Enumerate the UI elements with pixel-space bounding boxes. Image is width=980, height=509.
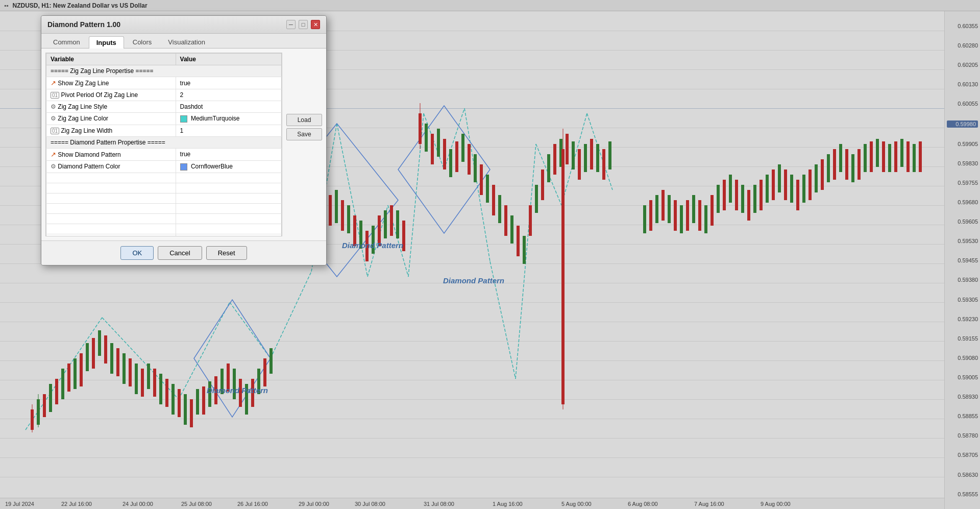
width-icon: 01 bbox=[51, 128, 59, 134]
dialog-bottom: OK Cancel Reset bbox=[41, 240, 326, 265]
dialog-titlebar: Diamond Pattern 1.00 ─ □ ✕ bbox=[41, 16, 326, 34]
style-icon: ⚙ bbox=[51, 103, 56, 110]
cell-show-diamond-var: ↗ Show Diamond Pattern bbox=[46, 148, 176, 160]
dialog: Diamond Pattern 1.00 ─ □ ✕ Common Inputs… bbox=[41, 15, 327, 265]
table-with-buttons: Variable Value ===== Zig Zag Line Proper… bbox=[45, 53, 322, 236]
empty-row-5 bbox=[46, 213, 282, 224]
section-diamond-label: ===== Diamond Pattern Propertise ===== bbox=[46, 136, 282, 148]
cancel-button[interactable]: Cancel bbox=[158, 246, 202, 260]
empty-row-3 bbox=[46, 193, 282, 203]
row-diamond-color[interactable]: ⚙ Diamond Pattern Color CornflowerBlue bbox=[46, 160, 282, 173]
empty-row-1 bbox=[46, 173, 282, 183]
col-variable: Variable bbox=[46, 54, 176, 65]
cell-diamond-color-var: ⚙ Diamond Pattern Color bbox=[46, 160, 176, 173]
empty-row-7 bbox=[46, 234, 282, 236]
tab-colors[interactable]: Colors bbox=[125, 36, 160, 48]
buttons-col: Load Save bbox=[286, 53, 322, 140]
cell-show-zigzag-var: ↗ Show Zig Zag Line bbox=[46, 77, 176, 89]
empty-row-6 bbox=[46, 224, 282, 234]
section-diamond: ===== Diamond Pattern Propertise ===== bbox=[46, 136, 282, 148]
cell-zigzag-color-var: ⚙ Zig Zag Line Color bbox=[46, 113, 176, 125]
zigzag-color-icon: ⚙ bbox=[51, 115, 56, 122]
cell-width-val[interactable]: 1 bbox=[176, 125, 281, 136]
row-zigzag-width[interactable]: 01 Zig Zag Line Width 1 bbox=[46, 125, 282, 136]
cell-show-zigzag-val[interactable]: true bbox=[176, 77, 281, 89]
zigzag-icon-1: ↗ bbox=[51, 79, 56, 87]
row-show-zigzag[interactable]: ↗ Show Zig Zag Line true bbox=[46, 77, 282, 89]
row-show-diamond[interactable]: ↗ Show Diamond Pattern true bbox=[46, 148, 282, 160]
dialog-content: Variable Value ===== Zig Zag Line Proper… bbox=[41, 49, 326, 240]
section-zigzag: ===== Zig Zag Line Propertise ===== bbox=[46, 65, 282, 77]
tab-visualization[interactable]: Visualization bbox=[160, 36, 213, 48]
diamond-color-icon: ⚙ bbox=[51, 163, 56, 170]
dialog-maximize-button[interactable]: □ bbox=[299, 20, 308, 29]
cell-show-diamond-val[interactable]: true bbox=[176, 148, 281, 160]
props-table: Variable Value ===== Zig Zag Line Proper… bbox=[46, 53, 282, 236]
row-pivot-period[interactable]: 01 Pivot Period Of Zig Zag Line 2 bbox=[46, 89, 282, 101]
cell-style-val[interactable]: Dashdot bbox=[176, 101, 281, 113]
dialog-title: Diamond Pattern 1.00 bbox=[47, 20, 120, 29]
table-wrapper: Variable Value ===== Zig Zag Line Proper… bbox=[45, 53, 282, 236]
cell-pivot-var: 01 Pivot Period Of Zig Zag Line bbox=[46, 89, 176, 101]
dialog-close-button[interactable]: ✕ bbox=[311, 20, 320, 29]
cell-style-var: ⚙ Zig Zag Line Style bbox=[46, 101, 176, 113]
col-value: Value bbox=[176, 54, 281, 65]
tabs-bar: Common Inputs Colors Visualization bbox=[41, 34, 326, 49]
diamond-icon-1: ↗ bbox=[51, 151, 56, 158]
row-zigzag-style[interactable]: ⚙ Zig Zag Line Style Dashdot bbox=[46, 101, 282, 113]
modal-overlay: Diamond Pattern 1.00 ─ □ ✕ Common Inputs… bbox=[0, 0, 980, 509]
reset-button[interactable]: Reset bbox=[206, 246, 247, 260]
cell-pivot-val[interactable]: 2 bbox=[176, 89, 281, 101]
row-zigzag-color[interactable]: ⚙ Zig Zag Line Color MediumTurquoise bbox=[46, 113, 282, 125]
tab-inputs[interactable]: Inputs bbox=[89, 36, 124, 49]
empty-row-2 bbox=[46, 183, 282, 193]
zigzag-color-swatch bbox=[180, 115, 187, 123]
cell-zigzag-color-val[interactable]: MediumTurquoise bbox=[176, 113, 281, 125]
load-button[interactable]: Load bbox=[286, 114, 322, 126]
dialog-controls: ─ □ ✕ bbox=[286, 20, 320, 29]
save-button[interactable]: Save bbox=[286, 128, 322, 140]
pivot-icon: 01 bbox=[51, 92, 59, 99]
diamond-color-swatch bbox=[180, 163, 187, 171]
dialog-minimize-button[interactable]: ─ bbox=[286, 20, 296, 29]
empty-row-4 bbox=[46, 203, 282, 213]
cell-diamond-color-val[interactable]: CornflowerBlue bbox=[176, 160, 281, 173]
ok-button[interactable]: OK bbox=[120, 246, 154, 260]
cell-width-var: 01 Zig Zag Line Width bbox=[46, 125, 176, 136]
section-zigzag-label: ===== Zig Zag Line Propertise ===== bbox=[46, 65, 282, 77]
tab-common[interactable]: Common bbox=[45, 36, 88, 48]
